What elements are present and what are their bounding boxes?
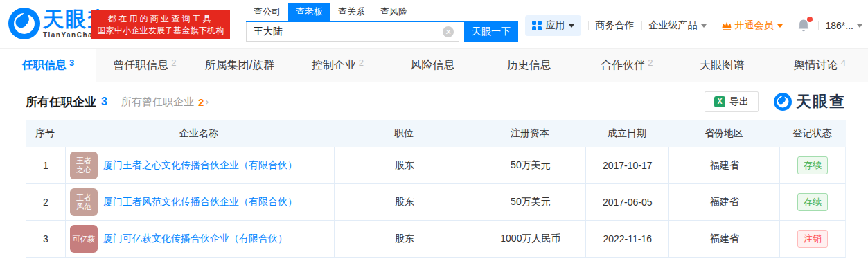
tab-partners[interactable]: 合作伙伴2 [578, 49, 675, 82]
status-badge: 注销 [797, 230, 828, 248]
search-submit-button[interactable]: 天眼一下 [464, 22, 518, 42]
chevron-down-icon [777, 24, 783, 28]
nav-business-coop[interactable]: 商务合作 [596, 19, 635, 32]
company-logo: 王者 之心 [70, 152, 98, 179]
tab-history-info[interactable]: 历史信息 [482, 49, 578, 82]
company-logo: 王者 风范 [70, 188, 98, 216]
export-button[interactable]: X 导出 [705, 91, 759, 112]
tab-positions[interactable]: 任职信息3 [0, 49, 96, 82]
table-header-row: 序号 企业名称 职位 注册资本 成立日期 省份地区 登记状态 [26, 120, 846, 147]
table-row: 2 王者 风范 厦门王者风范文化传播合伙企业（有限合伙） 股东 50万美元 20… [26, 184, 846, 221]
account-menu[interactable]: 186*... [826, 20, 862, 31]
apps-menu[interactable]: 应用 [525, 15, 581, 36]
account-phone: 186*... [826, 20, 853, 31]
tianyancha-watermark: 天眼查 [774, 91, 846, 112]
chevron-down-icon [701, 24, 707, 28]
tab-former-positions[interactable]: 曾任职信息2 [96, 49, 193, 82]
row-index: 3 [26, 221, 65, 257]
divider [790, 21, 790, 30]
date-cell: 2022-11-16 [585, 221, 668, 257]
former-companies-link[interactable]: 所有曾任职企业 2 › [121, 96, 209, 109]
positions-table: 序号 企业名称 职位 注册资本 成立日期 省份地区 登记状态 1 王者 之心 厦… [26, 120, 846, 258]
search-tab-boss[interactable]: 查老板 [288, 3, 330, 21]
divider [641, 21, 642, 30]
tab-controlled-companies[interactable]: 控制企业2 [290, 49, 386, 82]
notifications-bell[interactable] [797, 19, 811, 33]
divider [588, 21, 589, 30]
search-input[interactable] [246, 22, 459, 42]
notification-dot [807, 17, 813, 22]
table-row: 1 王者 之心 厦门王者之心文化传播合伙企业（有限合伙） 股东 50万美元 20… [26, 147, 846, 184]
slogan-line1: 都在用的商业查询工具 [97, 13, 224, 25]
capital-cell: 1000万人民币 [475, 221, 585, 257]
company-name-link[interactable]: 厦门王者风范文化传播合伙企业（有限合伙） [103, 196, 297, 208]
site-header: 天眼查 TianYanCha.com 都在用的商业查询工具 国家中小企业发展子基… [0, 0, 868, 48]
search-tab-risk[interactable]: 查风险 [373, 3, 415, 21]
date-cell: 2017-10-17 [585, 147, 668, 183]
company-name-link[interactable]: 厦门王者之心文化传播合伙企业（有限合伙） [103, 159, 297, 172]
divider [818, 21, 819, 30]
table-row: 3 可亿萩 厦门可亿萩文化传播合伙企业（有限合伙） 股东 1000万人民币 20… [26, 221, 846, 258]
chevron-right-icon: › [205, 96, 209, 107]
province-cell: 福建省 [668, 221, 779, 257]
date-cell: 2017-06-05 [585, 184, 668, 220]
search-box: 查公司 查老板 查关系 查风险 ✕ 天眼一下 [246, 3, 518, 42]
tab-public-opinion[interactable]: 舆情讨论4 [772, 49, 868, 82]
section-count: 3 [101, 96, 107, 108]
status-badge: 存续 [797, 193, 828, 211]
profile-tabbar: 任职信息3 曾任职信息2 所属集团/族群 控制企业2 风险信息 历史信息 合作伙… [0, 48, 868, 82]
crown-icon [721, 21, 732, 30]
company-logo: 可亿萩 [70, 225, 98, 253]
position-cell: 股东 [334, 221, 475, 257]
apps-grid-icon [532, 21, 542, 30]
slogan-badge: 都在用的商业查询工具 国家中小企业发展子基金旗下机构 [91, 10, 230, 39]
search-tabs: 查公司 查老板 查关系 查风险 [246, 3, 518, 22]
row-index: 2 [26, 184, 65, 220]
nav-enterprise-products[interactable]: 企业级产品 [649, 19, 707, 32]
slogan-line2: 国家中小企业发展子基金旗下机构 [97, 25, 224, 37]
tab-group-cluster[interactable]: 所属集团/族群 [193, 49, 289, 82]
nav-vip-upgrade[interactable]: 开通会员 [721, 19, 783, 32]
tab-graph[interactable]: 天眼图谱 [675, 49, 772, 82]
section-title: 所有任职企业 [26, 94, 96, 110]
position-cell: 股东 [334, 184, 475, 220]
tab-risk-info[interactable]: 风险信息 [386, 49, 482, 82]
excel-icon: X [714, 96, 725, 107]
tianyancha-watermark-icon [774, 93, 792, 111]
apps-label: 应用 [546, 19, 565, 32]
tianyancha-logo-icon [8, 8, 40, 39]
chevron-down-icon [569, 24, 574, 28]
company-name-link[interactable]: 厦门可亿萩文化传播合伙企业（有限合伙） [103, 233, 287, 245]
province-cell: 福建省 [668, 147, 779, 183]
divider [714, 21, 714, 30]
clear-icon[interactable]: ✕ [443, 26, 454, 37]
search-tab-relation[interactable]: 查关系 [330, 3, 373, 21]
section-header: 所有任职企业 3 所有曾任职企业 2 › X 导出 天眼查 [26, 89, 846, 114]
search-tab-company[interactable]: 查公司 [246, 3, 288, 21]
position-cell: 股东 [334, 147, 475, 183]
capital-cell: 50万美元 [475, 184, 585, 220]
header-nav: 应用 商务合作 企业级产品 开通会员 186*... [525, 15, 862, 37]
province-cell: 福建省 [668, 184, 779, 220]
chevron-down-icon [857, 24, 862, 28]
row-index: 1 [26, 147, 65, 183]
status-badge: 存续 [797, 156, 828, 174]
capital-cell: 50万美元 [475, 147, 585, 183]
